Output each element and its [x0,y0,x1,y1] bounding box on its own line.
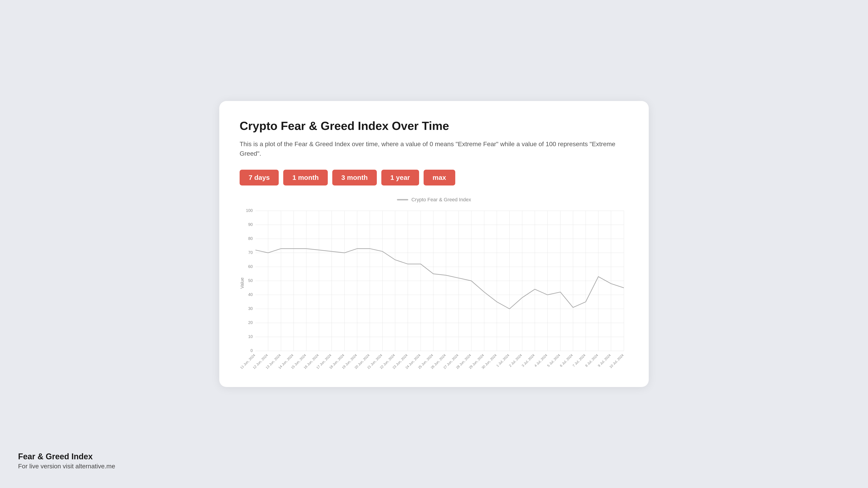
filter-7days[interactable]: 7 days [240,170,279,186]
svg-text:Value: Value [240,278,245,289]
chart-area: Crypto Fear & Greed Index .grid-line { s… [240,197,628,369]
svg-text:5 Jul, 2024: 5 Jul, 2024 [546,353,561,367]
filter-1month[interactable]: 1 month [283,170,328,186]
svg-text:3 Jul, 2024: 3 Jul, 2024 [521,353,535,367]
footer-section: Fear & Greed Index For live version visi… [18,452,115,470]
legend-label: Crypto Fear & Greed Index [411,197,471,203]
card-title: Crypto Fear & Greed Index Over Time [240,119,628,133]
legend-line-icon [397,199,408,200]
svg-text:30: 30 [248,306,253,311]
svg-text:8 Jul, 2024: 8 Jul, 2024 [584,353,599,367]
main-container: Crypto Fear & Greed Index Over Time This… [0,0,868,488]
svg-text:50: 50 [248,278,253,283]
svg-text:90: 90 [248,222,253,227]
svg-text:40: 40 [248,292,253,297]
filter-3month[interactable]: 3 month [332,170,377,186]
svg-text:6 Jul, 2024: 6 Jul, 2024 [559,353,574,367]
svg-text:0: 0 [250,348,253,353]
chart-wrapper: .grid-line { stroke: #e0e0e0; stroke-wid… [240,206,628,369]
svg-text:2 Jul, 2024: 2 Jul, 2024 [508,353,523,367]
svg-text:10: 10 [248,334,253,339]
chart-svg: .grid-line { stroke: #e0e0e0; stroke-wid… [240,206,628,369]
svg-text:60: 60 [248,264,253,269]
chart-legend: Crypto Fear & Greed Index [240,197,628,203]
chart-line [255,249,624,309]
svg-text:7 Jul, 2024: 7 Jul, 2024 [572,353,586,367]
filter-buttons: 7 days 1 month 3 month 1 year max [240,170,628,186]
footer-title: Fear & Greed Index [18,452,115,461]
card: Crypto Fear & Greed Index Over Time This… [219,101,649,387]
card-description: This is a plot of the Fear & Greed Index… [240,139,628,158]
svg-text:20: 20 [248,320,253,325]
svg-text:100: 100 [246,208,253,213]
footer-subtitle: For live version visit alternative.me [18,463,115,470]
svg-text:80: 80 [248,236,253,241]
svg-text:70: 70 [248,250,253,255]
svg-text:1 Jul, 2024: 1 Jul, 2024 [495,353,510,367]
svg-text:4 Jul, 2024: 4 Jul, 2024 [533,353,548,367]
filter-1year[interactable]: 1 year [381,170,419,186]
filter-max[interactable]: max [424,170,455,186]
